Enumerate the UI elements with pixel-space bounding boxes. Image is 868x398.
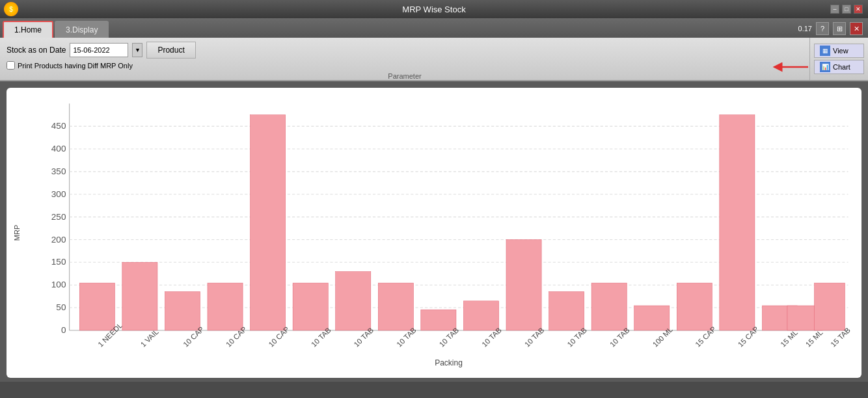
diff-mrp-label: Print Products having Diff MRP Only [18, 62, 133, 70]
tab-bar: 1.Home 3.Display 0.17 ? ⊞ ✕ [0, 18, 868, 38]
svg-text:100: 100 [51, 280, 66, 289]
svg-rect-25 [122, 262, 157, 330]
help-button[interactable]: ? [816, 22, 829, 35]
svg-rect-53 [720, 115, 755, 330]
svg-rect-49 [634, 306, 670, 330]
svg-text:200: 200 [51, 235, 66, 245]
date-dropdown[interactable]: ▼ [132, 43, 142, 57]
svg-rect-29 [208, 283, 243, 330]
chart-button[interactable]: 📊 Chart [814, 60, 864, 74]
svg-rect-59 [815, 283, 845, 330]
red-arrow [772, 62, 811, 72]
product-button[interactable]: Product [146, 42, 195, 59]
svg-rect-43 [506, 239, 541, 330]
chart-container: MRP 0 50 100 150 200 250 300 [7, 88, 861, 378]
svg-text:150: 150 [51, 258, 66, 267]
svg-text:400: 400 [51, 144, 66, 153]
svg-text:15 ML: 15 ML [779, 328, 799, 349]
svg-text:0: 0 [61, 325, 66, 335]
bar-chart: 0 50 100 150 200 250 300 350 400 450 1 N… [42, 97, 855, 357]
tab-display[interactable]: 3.Display [55, 21, 109, 38]
chart-area: MRP 0 50 100 150 200 250 300 [0, 81, 868, 382]
svg-rect-35 [336, 272, 371, 330]
app-title: MRP Wise Stock [402, 5, 465, 14]
exit-button[interactable]: ✕ [850, 22, 863, 35]
svg-rect-45 [549, 291, 584, 330]
svg-rect-41 [463, 301, 498, 330]
tab-home[interactable]: 1.Home [3, 21, 53, 38]
svg-text:50: 50 [56, 302, 66, 312]
svg-rect-39 [421, 310, 456, 330]
svg-rect-47 [591, 283, 627, 330]
window-controls[interactable]: – □ ✕ [830, 5, 863, 14]
checkbox-area: Print Products having Diff MRP Only [7, 61, 803, 70]
y-axis-label: MRP [13, 225, 21, 241]
chart-icon: 📊 [820, 62, 830, 72]
date-input[interactable] [70, 43, 128, 57]
close-button[interactable]: ✕ [854, 5, 863, 14]
svg-rect-37 [378, 283, 413, 330]
svg-text:450: 450 [51, 121, 66, 131]
svg-rect-27 [165, 291, 200, 330]
parameter-footer: Parameter [7, 72, 803, 80]
svg-rect-31 [251, 115, 286, 330]
svg-text:300: 300 [51, 189, 66, 199]
restore-button[interactable]: □ [842, 5, 851, 14]
svg-text:350: 350 [51, 166, 66, 176]
svg-text:15 ML: 15 ML [804, 328, 824, 349]
tab-bar-right: 0.17 ? ⊞ ✕ [798, 22, 863, 35]
x-axis-label: Packing [42, 358, 855, 367]
arrow-svg [772, 62, 811, 72]
stock-as-on-date-label: Stock as on Date [7, 46, 66, 55]
svg-text:250: 250 [51, 212, 66, 222]
svg-text:1 VAIL: 1 VAIL [139, 328, 160, 349]
minimize-button[interactable]: – [830, 5, 839, 14]
view-button[interactable]: ▦ View [814, 44, 864, 58]
app-logo: $ [4, 2, 18, 16]
svg-rect-51 [677, 283, 712, 330]
svg-rect-33 [293, 283, 328, 330]
diff-mrp-checkbox[interactable] [7, 61, 15, 70]
svg-rect-23 [79, 283, 115, 330]
version-label: 0.17 [798, 25, 812, 33]
settings-button[interactable]: ⊞ [833, 22, 846, 35]
title-bar: $ MRP Wise Stock – □ ✕ [0, 0, 868, 18]
view-icon: ▦ [820, 46, 830, 56]
